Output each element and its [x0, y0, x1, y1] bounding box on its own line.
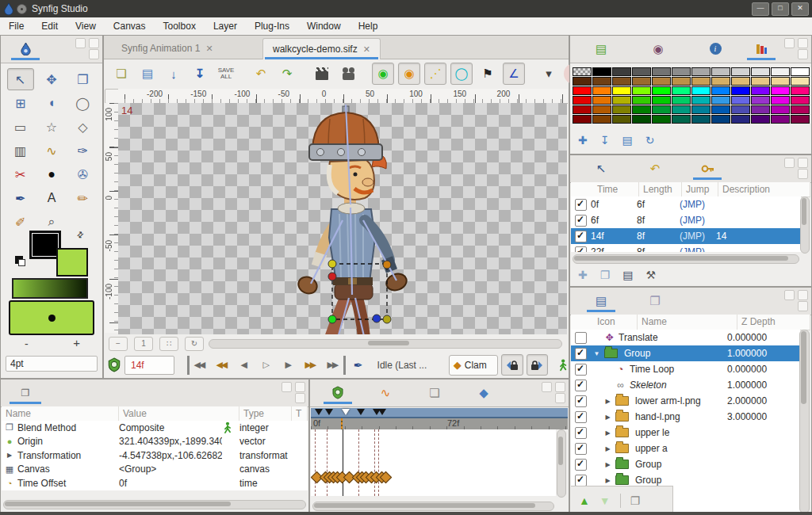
layer-expander[interactable]: ▶ [602, 461, 614, 468]
keyframe-enabled-checkbox[interactable] [575, 231, 587, 242]
palette-swatch[interactable] [652, 67, 671, 76]
keyframe-jump[interactable]: (JMP) [680, 231, 716, 242]
palette-swatch[interactable] [573, 115, 592, 124]
keyframe-marker[interactable] [357, 409, 365, 415]
menu-toolbox[interactable]: Toolbox [155, 18, 205, 34]
save-all-button[interactable]: SAVE ALL [215, 63, 237, 85]
palette-swatch[interactable] [592, 96, 611, 105]
toggle-width-handles-button[interactable]: ∠ [503, 63, 525, 85]
palette-swatch[interactable] [711, 86, 730, 95]
tool-star[interactable]: ☆ [38, 116, 65, 138]
palette-swatch[interactable] [632, 115, 651, 124]
palette-swatch[interactable] [791, 115, 810, 124]
tool-ink[interactable]: ✒ [7, 187, 34, 209]
palette-swatch[interactable] [711, 96, 730, 105]
canvas-hscrollbar[interactable] [209, 339, 562, 349]
menu-plugins[interactable]: Plug-Ins [246, 18, 298, 34]
palette-swatch[interactable] [711, 115, 730, 124]
tool-mirror[interactable]: ❐ [69, 68, 96, 90]
redo-button[interactable]: ↷ [276, 63, 298, 85]
seek-end-button[interactable]: ▶▶ [323, 356, 346, 375]
palette-swatch[interactable] [791, 96, 810, 105]
palette-swatch[interactable] [791, 67, 810, 76]
palette-swatch[interactable] [672, 86, 691, 95]
tool-zoom[interactable]: ⌕ [38, 211, 65, 233]
layer-row[interactable]: ▶Group [571, 456, 800, 472]
gradient-swatch[interactable] [12, 278, 88, 299]
palette-swatch[interactable] [691, 77, 710, 86]
palette-swatch[interactable] [691, 96, 710, 105]
keyframe-jump[interactable]: (JMP) [680, 199, 716, 210]
tool-smooth-move[interactable]: ✥ [38, 68, 65, 90]
decrease-width-button[interactable]: - [25, 338, 29, 350]
palette-swatch[interactable] [731, 86, 750, 95]
lock-past-keyframes-button[interactable] [501, 354, 523, 376]
render-pen-icon[interactable]: ✒ [354, 359, 363, 372]
tab-curves[interactable]: ∿ [369, 382, 402, 403]
tab-sets[interactable]: ❐ [638, 290, 672, 311]
delete-keyframe-button[interactable]: ▤ [622, 269, 633, 281]
tool-draw[interactable]: ✑ [69, 139, 96, 162]
tool-transform[interactable]: ↖ [7, 68, 34, 90]
layer-visible-checkbox[interactable] [575, 427, 587, 439]
palette-swatch[interactable] [612, 86, 631, 95]
param-value[interactable]: 321.404339px,-1899.3403 [119, 435, 222, 449]
palette-swatch[interactable] [612, 67, 631, 76]
render-button[interactable] [311, 63, 333, 85]
more-options-button[interactable]: ▾ [538, 63, 560, 85]
timetrack-ruler[interactable]: 0f 72f [311, 418, 568, 429]
palette-swatch[interactable] [592, 77, 611, 86]
brush-preview-swatch[interactable] [9, 300, 94, 335]
tab-children[interactable]: ❏ [418, 382, 451, 403]
dock-controls[interactable] [780, 289, 809, 312]
toggle-vertex-handles-button[interactable]: ◉ [398, 63, 420, 85]
palette-swatch[interactable] [592, 67, 611, 76]
palette-swatch[interactable] [711, 105, 730, 114]
tab-navigator[interactable]: ◉ [642, 38, 675, 59]
layer-row[interactable]: ▶upper a [571, 441, 800, 456]
tab-history[interactable]: ↶ [638, 158, 672, 179]
keyframe-jump[interactable]: (JMP) [680, 246, 716, 252]
dock-controls[interactable] [71, 37, 100, 60]
current-time-cursor[interactable] [341, 418, 343, 429]
timetrack-hscrollbar[interactable] [312, 502, 554, 511]
param-value[interactable]: 0f [119, 476, 222, 490]
timetrack-vscrollbar[interactable] [557, 429, 566, 498]
tool-rectangle[interactable]: ▭ [7, 116, 34, 138]
save-button[interactable]: ↓ [163, 63, 185, 85]
palette-swatch[interactable] [791, 105, 810, 114]
layer-visible-checkbox[interactable] [575, 348, 587, 360]
layer-row[interactable]: ✥Translate0.000000 [571, 330, 800, 345]
palette-swatch[interactable] [632, 96, 651, 105]
palette-swatch[interactable] [791, 86, 810, 95]
layer-row[interactable]: ▶lower arm-l.png2.000000 [571, 393, 800, 409]
layer-expander[interactable]: ▶ [602, 414, 614, 421]
palette-swatch[interactable] [632, 67, 651, 76]
params-hscrollbar[interactable] [3, 500, 306, 509]
palette-swatch[interactable] [573, 77, 592, 86]
menu-help[interactable]: Help [350, 18, 387, 34]
duplicate-keyframe-button[interactable]: ❐ [600, 269, 611, 281]
new-composition-button[interactable]: ❏ [110, 63, 132, 85]
menu-window[interactable]: Window [298, 18, 350, 34]
tab-synfig-animation-1[interactable]: Synfig Animation 1 ✕ [112, 38, 223, 59]
handle-green[interactable] [328, 315, 336, 323]
palette-swatch[interactable] [592, 115, 611, 124]
maximize-button[interactable]: □ [772, 2, 789, 16]
palette-swatch[interactable] [731, 77, 750, 86]
palette-swatch[interactable] [751, 77, 770, 86]
palette-swatch[interactable] [652, 86, 671, 95]
timetrack-area[interactable] [311, 429, 556, 496]
tool-gradient[interactable]: ▥ [7, 139, 34, 162]
palette-swatch[interactable] [573, 67, 592, 76]
palette-swatch[interactable] [751, 86, 770, 95]
interpolation-dropdown[interactable]: ◆ Clam [449, 355, 499, 376]
tab-tool-options[interactable]: ↖ [584, 158, 618, 179]
param-value[interactable]: <Group> [119, 463, 222, 477]
palette-swatch[interactable] [691, 105, 710, 114]
toggle-tangent-handles-button[interactable]: ⋰ [424, 63, 446, 85]
tab-close-icon[interactable]: ✕ [363, 44, 370, 55]
param-row[interactable]: ▦Canvas<Group>canvas [2, 463, 308, 477]
palette-swatch[interactable] [652, 77, 671, 86]
close-button[interactable]: ✕ [791, 2, 809, 16]
